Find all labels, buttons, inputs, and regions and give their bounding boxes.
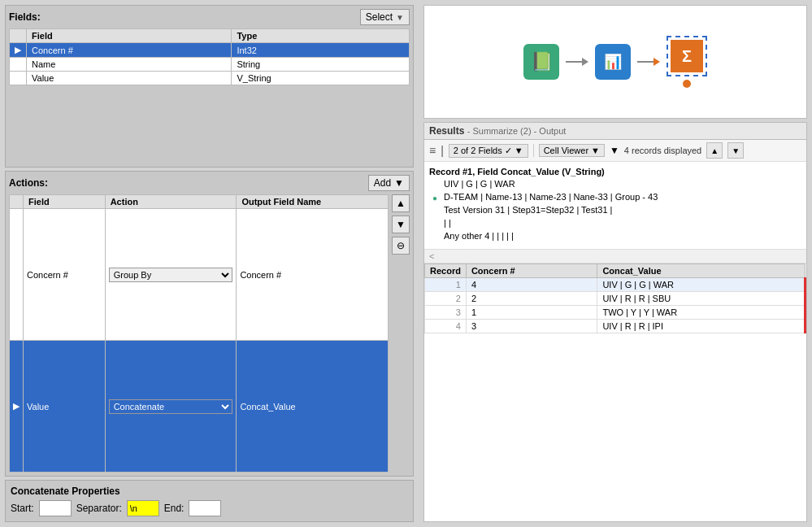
list-icon: ≡: [429, 144, 436, 157]
table-row[interactable]: 2 2 UIV | R | R | SBU: [425, 292, 805, 306]
workflow-node-summarize[interactable]: Σ: [671, 40, 703, 72]
filter-table-icon: ▼: [610, 145, 619, 156]
filter-icon: |: [441, 144, 444, 157]
actions-row[interactable]: ▶ Value Concatenate Group By Sum Concat_…: [10, 341, 389, 473]
fields-count-check-icon: ✓: [505, 146, 512, 156]
fields-col-field: Field: [27, 29, 232, 43]
record-detail: Record #1, Field Concat_Value (V_String)…: [424, 162, 806, 250]
results-title: Results: [429, 125, 464, 137]
fields-count-button[interactable]: 2 of 2 Fields ✓ ▼: [449, 144, 528, 158]
cell-concern: 3: [466, 320, 597, 333]
table-row[interactable]: 4 3 UIV | R | R | IPI: [425, 320, 805, 333]
nav-up-button[interactable]: ▲: [706, 142, 723, 159]
detail-line-1: UIV | G | G | WAR: [444, 179, 515, 189]
actions-col-output: Output Field Name: [237, 195, 389, 209]
concat-section: Concatenate Properties Start: Separator:…: [5, 480, 414, 522]
add-btn-label: Add: [374, 177, 391, 189]
end-input[interactable]: [189, 500, 221, 516]
scroll-hint: <: [429, 251, 434, 261]
cell-concern: 2: [466, 292, 597, 306]
remove-button[interactable]: ⊖: [392, 237, 410, 255]
results-toolbar: ≡ | 2 of 2 Fields ✓ ▼ Cell Viewer ▼ ▼ 4 …: [424, 140, 806, 162]
workflow-output-dot: [683, 80, 691, 88]
nav-down-button[interactable]: ▼: [727, 142, 744, 159]
detail-row-icon-green: ●: [429, 192, 441, 203]
action-select[interactable]: Group By Sum Concatenate: [109, 268, 233, 282]
select-btn-label: Select: [366, 11, 393, 23]
actions-table-wrapper: Field Action Output Field Name Concern #…: [9, 194, 410, 473]
row-indicator: [10, 72, 27, 85]
fields-count-dropdown-icon: ▼: [515, 146, 523, 155]
actions-label: Actions:: [9, 177, 48, 189]
action-field: Value: [24, 341, 106, 473]
cell-concat: UIV | R | R | IPI: [597, 320, 805, 333]
workflow-node-crosstab[interactable]: 📊: [595, 44, 631, 80]
workflow-area: 📗 📊 Σ: [423, 5, 807, 119]
left-panel: Fields: Select ▼ Field Type ▶ Concern # …: [0, 0, 419, 527]
action-field: Concern #: [24, 209, 106, 341]
records-count: 4 records displayed: [624, 146, 701, 155]
cell-concat: UIV | R | R | SBU: [597, 292, 805, 306]
fields-table: Field Type ▶ Concern # Int32 Name String: [9, 28, 410, 85]
cell-concat: TWO | Y | Y | WAR: [597, 306, 805, 320]
fields-row[interactable]: Name String: [10, 58, 410, 72]
actions-buttons: ▲ ▼ ⊖: [392, 194, 410, 473]
cell-viewer-button[interactable]: Cell Viewer ▼: [539, 144, 605, 157]
results-section: Results - Summarize (2) - Output ≡ | 2 o…: [423, 122, 807, 522]
action-output: Concern #: [237, 209, 389, 341]
detail-row: ● D-TEAM | Name-13 | Name-23 | Nane-33 |…: [429, 192, 801, 203]
action-select[interactable]: Concatenate Group By Sum: [109, 399, 233, 414]
col-concern: Concern #: [466, 264, 597, 278]
select-button[interactable]: Select ▼: [360, 9, 410, 25]
cell-record: 4: [425, 320, 467, 333]
move-up-button[interactable]: ▲: [392, 194, 410, 212]
actions-row[interactable]: Concern # Group By Sum Concatenate Conce…: [10, 209, 389, 341]
move-down-button[interactable]: ▼: [392, 216, 410, 233]
record-detail-title: Record #1, Field Concat_Value (V_String): [429, 167, 801, 176]
detail-row-icon: [429, 205, 441, 216]
field-type: String: [232, 58, 410, 72]
end-label: End:: [164, 503, 185, 514]
detail-row: UIV | G | G | WAR: [429, 179, 801, 190]
cell-record: 1: [425, 278, 467, 292]
concat-row: Start: Separator: End:: [11, 500, 408, 516]
wf-line-1: [566, 61, 582, 63]
field-type: Int32: [232, 43, 410, 58]
fields-col-indicator: [10, 29, 27, 43]
fields-col-type: Type: [232, 29, 410, 43]
col-record: Record: [425, 264, 467, 278]
detail-line-3: Test Version 31 | Step31=Step32 | Test31…: [444, 205, 612, 215]
data-table-wrapper[interactable]: Record Concern # Concat_Value 1 4 UIV | …: [424, 264, 806, 521]
results-header: Results - Summarize (2) - Output: [424, 123, 806, 140]
table-row[interactable]: 1 4 UIV | G | G | WAR: [425, 278, 805, 292]
fields-section: Fields: Select ▼ Field Type ▶ Concern # …: [5, 5, 414, 168]
toolbar-separator: [533, 144, 534, 157]
start-input[interactable]: [39, 500, 72, 516]
separator-input[interactable]: [127, 500, 159, 516]
add-button[interactable]: Add ▼: [368, 175, 410, 191]
cell-concern: 4: [466, 278, 597, 292]
table-row[interactable]: 3 1 TWO | Y | Y | WAR: [425, 306, 805, 320]
wf-arrow-1: [582, 58, 588, 66]
detail-row: Any other 4 | | | | |: [429, 231, 801, 242]
field-name: Value: [27, 72, 232, 85]
actions-col-field: Field: [24, 195, 106, 209]
detail-row-icon: [429, 218, 441, 229]
separator-label: Separator:: [76, 503, 122, 514]
cell-viewer-label: Cell Viewer: [544, 146, 588, 155]
fields-label: Fields:: [9, 11, 41, 23]
wf-arrow-2: [654, 58, 660, 66]
results-subtitle: - Summarize (2) - Output: [467, 126, 567, 136]
fields-header: Fields: Select ▼: [9, 9, 410, 25]
actions-table: Field Action Output Field Name Concern #…: [9, 194, 389, 473]
workflow-node-summarize-wrapper: Σ: [667, 36, 707, 76]
fields-row[interactable]: Value V_String: [10, 72, 410, 85]
workflow-nodes: 📗 📊 Σ: [523, 36, 707, 88]
workflow-node-input[interactable]: 📗: [523, 44, 559, 80]
actions-col-indicator: [10, 195, 24, 209]
fields-row[interactable]: ▶ Concern # Int32: [10, 43, 410, 58]
select-dropdown-icon: ▼: [396, 13, 404, 22]
actions-header: Actions: Add ▼: [9, 175, 410, 191]
fields-count-label: 2 of 2 Fields: [454, 146, 502, 155]
detail-line-5: Any other 4 | | | | |: [444, 231, 514, 241]
